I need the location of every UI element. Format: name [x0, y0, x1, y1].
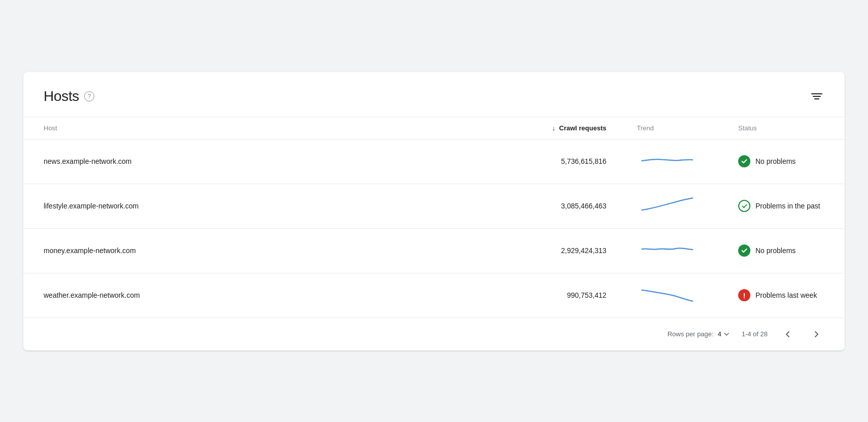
- title-area: Hosts ?: [44, 88, 94, 104]
- col-header-crawl[interactable]: ↓ Crawl requests: [434, 117, 617, 139]
- status-label: No problems: [755, 247, 795, 255]
- rows-per-page-value: 4: [717, 330, 721, 338]
- cell-trend: [617, 139, 718, 184]
- trend-chart: [637, 240, 698, 260]
- help-icon-label: ?: [88, 93, 91, 100]
- cell-status: Problems in the past: [718, 184, 845, 228]
- rows-per-page-select[interactable]: 4: [717, 330, 729, 338]
- status-icon-check-solid: [738, 155, 750, 167]
- hosts-card: Hosts ? Host ↓ Crawl requests Trend: [23, 72, 845, 350]
- trend-chart: [637, 285, 698, 305]
- cell-trend: [617, 228, 718, 273]
- table-row[interactable]: weather.example-network.com990,753,412!P…: [23, 273, 845, 318]
- prev-page-button[interactable]: [780, 326, 796, 342]
- cell-host: money.example-network.com: [23, 228, 434, 273]
- cell-host: news.example-network.com: [23, 139, 434, 184]
- status-label: Problems in the past: [755, 202, 820, 210]
- card-header: Hosts ?: [23, 72, 845, 117]
- trend-chart: [637, 195, 698, 216]
- page-info: 1-4 of 28: [742, 330, 768, 338]
- rows-per-page-control: Rows per page: 4: [667, 330, 729, 338]
- cell-host: weather.example-network.com: [23, 273, 434, 318]
- help-icon[interactable]: ?: [84, 91, 94, 101]
- cell-trend: [617, 273, 718, 318]
- status-label: No problems: [755, 157, 795, 165]
- status-icon-error: !: [738, 289, 750, 301]
- cell-trend: [617, 184, 718, 228]
- col-header-trend: Trend: [617, 117, 718, 139]
- col-header-status: Status: [718, 117, 845, 139]
- table-row[interactable]: news.example-network.com5,736,615,816No …: [23, 139, 845, 184]
- cell-crawl-requests: 990,753,412: [434, 273, 617, 318]
- status-icon-check-outline: [738, 200, 750, 212]
- cell-crawl-requests: 5,736,615,816: [434, 139, 617, 184]
- hosts-table: Host ↓ Crawl requests Trend Status news.…: [23, 117, 845, 318]
- filter-icon[interactable]: [809, 91, 824, 101]
- cell-status: No problems: [718, 228, 845, 273]
- sort-arrow-icon: ↓: [552, 124, 556, 132]
- chevron-left-icon: [784, 330, 792, 338]
- table-footer: Rows per page: 4 1-4 of 28: [23, 318, 845, 350]
- dropdown-arrow-icon: [724, 331, 730, 337]
- col-header-host: Host: [23, 117, 434, 139]
- chevron-right-icon: [812, 330, 820, 338]
- cell-status: !Problems last week: [718, 273, 845, 318]
- table-header-row: Host ↓ Crawl requests Trend Status: [23, 117, 845, 139]
- status-label: Problems last week: [755, 291, 817, 299]
- table-row[interactable]: lifestyle.example-network.com3,085,466,4…: [23, 184, 845, 228]
- cell-crawl-requests: 2,929,424,313: [434, 228, 617, 273]
- table-row[interactable]: money.example-network.com2,929,424,313No…: [23, 228, 845, 273]
- next-page-button[interactable]: [808, 326, 824, 342]
- rows-per-page-label: Rows per page:: [667, 330, 713, 338]
- status-icon-check-solid: [738, 244, 750, 257]
- cell-status: No problems: [718, 139, 845, 184]
- cell-host: lifestyle.example-network.com: [23, 184, 434, 228]
- cell-crawl-requests: 3,085,466,463: [434, 184, 617, 228]
- page-title: Hosts: [44, 88, 79, 104]
- trend-chart: [637, 151, 698, 171]
